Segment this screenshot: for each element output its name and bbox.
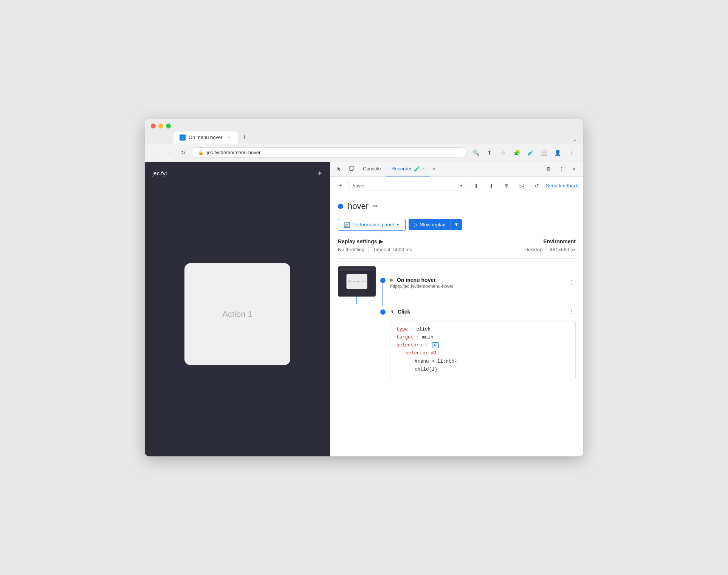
profile-icon[interactable]: 👤 [551,147,564,159]
devtools-cursor-tool[interactable] [333,163,345,175]
webpage-panel: jec.fyi ✦ Action 1 [145,162,330,456]
slow-replay-button[interactable]: ▷ Slow replay [409,219,451,230]
code-type-value: click [417,327,431,332]
step-connector-line [383,283,383,306]
share-icon[interactable]: ⬆ [483,147,496,159]
close-button[interactable] [151,124,156,128]
devtools-inspect-tool[interactable] [345,163,358,175]
extensions-icon[interactable]: 🧩 [511,147,523,159]
code-selector1-key: selector #1: [406,351,440,356]
send-feedback-link[interactable]: Send feedback [546,183,579,189]
click-more-button[interactable]: ⋮ [567,307,576,316]
step-thumbnail: Hover over me! [338,266,376,297]
replay-settings-expand-icon: ▶ [379,238,383,244]
svg-rect-1 [350,170,353,171]
tab-console[interactable]: Console [358,161,386,176]
maximize-button[interactable] [166,124,171,128]
slow-replay-group: ▷ Slow replay ▼ [409,219,462,230]
svg-rect-0 [349,167,354,170]
performance-dropdown-icon: ▼ [396,223,400,227]
step-navigate-info: ▶ On menu hover https://jec.fyi/demo/men… [390,266,576,289]
tab-more-button[interactable]: » [430,166,439,172]
address-field[interactable]: 🔒 jec.fyi/demo/menu-hover [192,147,467,158]
menu-icon[interactable]: ⋮ [565,147,577,159]
click-expand-icon[interactable]: ▼ [390,309,395,314]
recording-title: hover [348,201,369,211]
action-card[interactable]: Action 1 [184,263,290,365]
tab-list-button[interactable]: ⌄ [573,136,577,144]
new-tab-button[interactable]: + [239,132,250,143]
selector-type-icon[interactable] [432,342,439,348]
code-selectors-key: selectors [397,343,422,348]
replay-settings-info: No throttling | Timeout: 5000 ms [338,247,525,252]
back-button[interactable]: ← [151,147,161,158]
environment-info: Desktop | 461×660 px [525,247,576,252]
webpage-header: jec.fyi ✦ [152,169,322,178]
code-selector1-value: #menu > li:nth- [415,359,457,364]
minimize-button[interactable] [158,124,163,128]
step-more-button[interactable]: ⋮ [567,278,576,288]
address-bar-row: ← → ↻ 🔒 jec.fyi/demo/menu-hover 🔍 ⬆ ☆ 🧩 … [145,144,583,162]
devtools-panel: Console Recorder 🧪 × » ⚙ ⋮ × + [330,162,583,456]
thumbnail-card: Hover over me! [347,274,367,289]
recorder-content: hover ✏ 🔄 Performance panel ▼ ▷ Slow rep… [330,195,583,456]
delete-button[interactable]: 🗑 [500,180,513,192]
edit-title-icon[interactable]: ✏ [373,202,378,210]
action-buttons-row: 🔄 Performance panel ▼ ▷ Slow replay ▼ [338,219,576,231]
performance-panel-button[interactable]: 🔄 Performance panel ▼ [338,219,406,231]
click-dot [380,309,386,315]
recording-name: hover [353,183,365,189]
tab-favicon: 🌐 [180,134,186,141]
url-text: jec.fyi/demo/menu-hover [207,150,260,155]
replay-settings-title[interactable]: Replay settings ▶ [338,238,525,244]
click-step: ▼ Click ⋮ type : click [338,307,576,380]
click-step-info: ▼ Click ⋮ type : click [390,307,576,380]
export-button[interactable]: ⬆ [470,180,482,192]
step-expand-icon[interactable]: ▶ [390,277,394,283]
step-dot [380,278,386,283]
steps-container: Hover over me! [338,266,576,380]
performance-icon: 🔄 [344,222,350,228]
code-block: type : click target : main [390,320,576,380]
tab-recorder-close[interactable]: × [422,166,424,171]
code-target-key: target [397,335,414,340]
import-button[interactable]: ⬇ [485,180,497,192]
code-target-value: main [422,335,434,340]
devtools-close-button[interactable]: × [568,163,580,175]
forward-button[interactable]: → [164,147,175,158]
action-card-label: Action 1 [222,309,252,319]
tab-recorder[interactable]: Recorder 🧪 × [386,161,430,176]
selector-chevron-icon: ▼ [459,184,463,188]
replay-button[interactable]: ▷| [516,180,528,192]
click-step-title: Click [398,309,410,315]
step-title: On menu hover [397,277,436,283]
recording-title-row: hover ✏ [338,201,576,211]
click-step-title-row: ▼ Click ⋮ [390,307,576,316]
site-title: jec.fyi [152,170,167,176]
recording-status-dot [338,204,343,209]
recording-selector[interactable]: hover ▼ [349,181,467,190]
replay-settings-row: Replay settings ▶ No throttling | Timeou… [338,238,576,259]
reload-button[interactable]: ↻ [178,147,189,158]
search-icon[interactable]: 🔍 [470,147,482,159]
environment-title: Environment [525,238,576,244]
devtools-settings-button[interactable]: ⚙ [542,163,555,175]
step-dot-col [380,266,386,306]
theme-toggle-icon[interactable]: ✦ [317,169,322,178]
browser-tab[interactable]: 🌐 On menu hover × [173,131,238,144]
undo-button[interactable]: ↺ [531,180,543,192]
lock-icon: 🔒 [198,150,204,155]
code-type-key: type [397,327,408,332]
tab-title: On menu hover [189,134,223,140]
tab-close-button[interactable]: × [226,134,232,141]
slow-replay-chevron-icon: ▼ [454,222,459,227]
labs-icon[interactable]: 🧪 [524,147,536,159]
devtools-more-button[interactable]: ⋮ [555,163,567,175]
code-selector1-value2: child(1) [415,367,437,372]
recorder-add-button[interactable]: + [335,181,345,191]
bookmark-icon[interactable]: ☆ [497,147,509,159]
navigate-step: Hover over me! [338,266,576,306]
sidebar-icon[interactable]: ⬜ [538,147,550,159]
slow-replay-dropdown-button[interactable]: ▼ [451,219,462,230]
devtools-tabs-bar: Console Recorder 🧪 × » ⚙ ⋮ × [330,162,583,177]
